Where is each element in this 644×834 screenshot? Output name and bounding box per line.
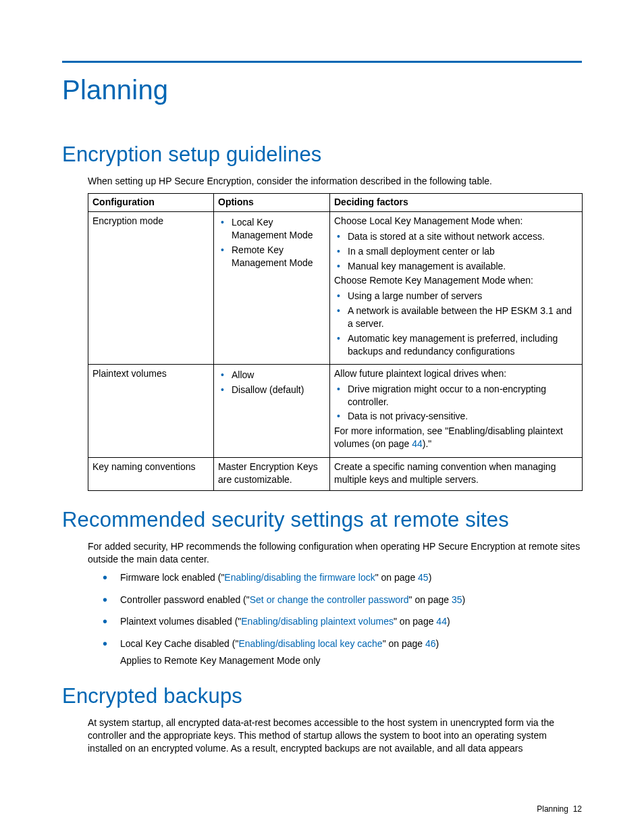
factors-lead: Choose Remote Key Management Mode when: [334, 274, 578, 287]
list-item: Plaintext volumes disabled ("Enabling/di… [103, 615, 582, 628]
factors-list: Using a large number of servers A networ… [334, 290, 578, 357]
table-header-deciding-factors: Deciding factors [330, 193, 583, 211]
recommendations-list: Firmware lock enabled ("Enabling/disabli… [103, 571, 582, 667]
list-item: A network is available between the HP ES… [334, 305, 578, 330]
list-item: Local Key Management Mode [218, 216, 325, 242]
item-pre: Controller password enabled (" [120, 594, 250, 605]
section-heading-recommended-security: Recommended security settings at remote … [62, 508, 582, 532]
factors-tail-pre: For more information, see "Enabling/disa… [334, 425, 563, 449]
item-post: ) [447, 616, 450, 627]
cross-ref-link[interactable]: Enabling/disabling the firmware lock [224, 572, 375, 583]
cell-config: Plaintext volumes [88, 364, 214, 457]
section-heading-encrypted-backups: Encrypted backups [62, 684, 582, 708]
config-table: Configuration Options Deciding factors E… [88, 193, 583, 491]
section2-intro: For added security, HP recommends the fo… [88, 540, 582, 566]
page-ref-link[interactable]: 46 [425, 638, 436, 649]
cell-options: Master Encryption Keys are customizable. [214, 458, 330, 491]
factors-list: Data is stored at a site without network… [334, 230, 578, 273]
section1-intro: When setting up HP Secure Encryption, co… [88, 175, 582, 188]
list-item: Drive migration might occur to a non-enc… [334, 383, 578, 409]
document-page: Planning Encryption setup guidelines Whe… [0, 0, 644, 834]
factors-lead: Choose Local Key Management Mode when: [334, 215, 578, 228]
table-header-row: Configuration Options Deciding factors [88, 193, 583, 211]
item-post: ) [462, 594, 465, 605]
page-title: Planning [62, 75, 582, 105]
item-pre: Plaintext volumes disabled (" [120, 616, 241, 627]
section-heading-encryption-setup: Encryption setup guidelines [62, 142, 582, 167]
cross-ref-link[interactable]: Enabling/disabling plaintext volumes [241, 616, 394, 627]
cell-factors: Allow future plaintext logical drives wh… [330, 364, 583, 457]
cross-ref-link[interactable]: Set or change the controller password [250, 594, 409, 605]
options-list: Allow Disallow (default) [218, 369, 325, 396]
item-mid: " on page [409, 594, 452, 605]
page-ref-link[interactable]: 44 [436, 616, 447, 627]
section3-para: At system startup, all encrypted data-at… [88, 716, 582, 755]
list-item: Local Key Cache disabled ("Enabling/disa… [103, 637, 582, 667]
item-mid: " on page [394, 616, 436, 627]
list-item: Remote Key Management Mode [218, 244, 325, 269]
item-mid: " on page [375, 572, 418, 583]
table-header-configuration: Configuration [88, 193, 214, 211]
cell-factors: Create a specific naming convention when… [330, 458, 583, 491]
cell-config: Key naming conventions [88, 458, 214, 491]
cell-config: Encryption mode [88, 211, 214, 364]
page-ref-link[interactable]: 45 [418, 572, 429, 583]
factors-list: Drive migration might occur to a non-enc… [334, 383, 578, 423]
item-note: Applies to Remote Key Management Mode on… [120, 654, 582, 667]
table-row: Key naming conventions Master Encryption… [88, 458, 583, 491]
list-item: Data is not privacy-sensitive. [334, 410, 578, 423]
item-pre: Local Key Cache disabled (" [120, 638, 238, 649]
list-item: Using a large number of servers [334, 290, 578, 303]
factors-tail-post: )." [423, 438, 432, 449]
page-ref-link[interactable]: 35 [452, 594, 462, 605]
list-item: Disallow (default) [218, 384, 325, 396]
table-row: Plaintext volumes Allow Disallow (defaul… [88, 364, 583, 457]
page-footer: Planning 12 [537, 804, 582, 814]
item-pre: Firmware lock enabled (" [120, 572, 224, 583]
item-mid: " on page [383, 638, 425, 649]
cell-factors: Choose Local Key Management Mode when: D… [330, 211, 583, 364]
cell-options: Allow Disallow (default) [214, 364, 330, 457]
footer-label: Planning [537, 804, 568, 814]
list-item: Manual key management is available. [334, 260, 578, 273]
item-post: ) [436, 638, 439, 649]
footer-page-number: 12 [573, 804, 582, 814]
table-header-options: Options [214, 193, 330, 211]
cell-options: Local Key Management Mode Remote Key Man… [214, 211, 330, 364]
table-row: Encryption mode Local Key Management Mod… [88, 211, 583, 364]
list-item: Firmware lock enabled ("Enabling/disabli… [103, 571, 582, 584]
list-item: Allow [218, 369, 325, 382]
list-item: Controller password enabled ("Set or cha… [103, 594, 582, 606]
top-rule [62, 61, 582, 63]
list-item: Data is stored at a site without network… [334, 230, 578, 243]
options-list: Local Key Management Mode Remote Key Man… [218, 216, 325, 269]
list-item: Automatic key management is preferred, i… [334, 332, 578, 358]
list-item: In a small deployment center or lab [334, 245, 578, 258]
factors-tail: For more information, see "Enabling/disa… [334, 425, 578, 450]
page-ref-link[interactable]: 44 [412, 438, 423, 449]
item-post: ) [429, 572, 432, 583]
cross-ref-link[interactable]: Enabling/disabling local key cache [238, 638, 382, 649]
factors-lead: Allow future plaintext logical drives wh… [334, 367, 578, 380]
